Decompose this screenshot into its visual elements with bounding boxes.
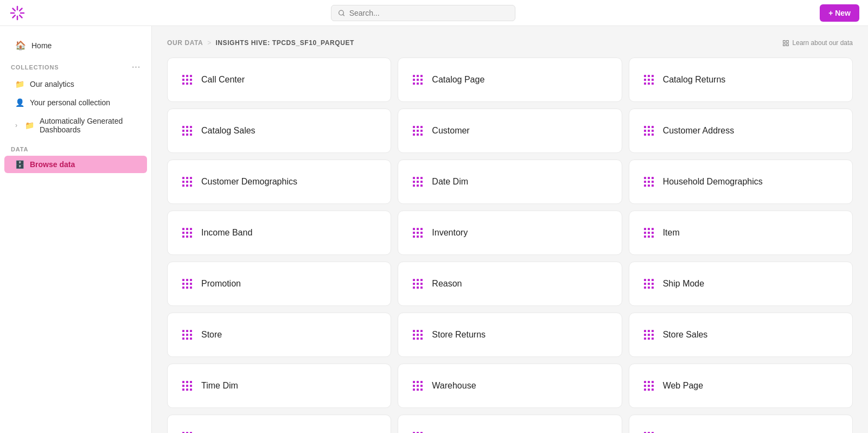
- svg-rect-198: [648, 385, 650, 387]
- grid-icon: [642, 379, 655, 392]
- data-card-promotion[interactable]: Promotion: [167, 262, 391, 306]
- svg-rect-31: [420, 82, 423, 85]
- sidebar-item-auto-dashboards[interactable]: › 📁 Automatically Generated Dashboards: [4, 112, 147, 138]
- search-bar[interactable]: [331, 5, 515, 21]
- svg-rect-105: [417, 228, 419, 230]
- grid-icon: [181, 328, 194, 341]
- data-card-date-dim[interactable]: Date Dim: [398, 160, 622, 204]
- search-input[interactable]: [349, 9, 508, 17]
- data-card-web-sales[interactable]: Web Sales: [398, 415, 622, 433]
- svg-rect-36: [648, 79, 650, 81]
- svg-rect-112: [420, 235, 423, 238]
- data-card-store-sales[interactable]: Store Sales: [629, 313, 853, 357]
- svg-rect-65: [644, 133, 646, 136]
- data-card-warehouse[interactable]: Warehouse: [398, 364, 622, 408]
- learn-about-data-link[interactable]: Learn about our data: [782, 39, 853, 47]
- svg-rect-117: [648, 232, 650, 234]
- sidebar-item-our-analytics[interactable]: 📁 Our analytics: [4, 75, 147, 93]
- grid-icon: [411, 379, 424, 392]
- svg-rect-182: [182, 389, 184, 391]
- svg-rect-167: [644, 330, 646, 332]
- data-card-web-page[interactable]: Web Page: [629, 364, 853, 408]
- svg-rect-25: [420, 75, 423, 77]
- data-card-customer[interactable]: Customer: [398, 109, 622, 153]
- svg-rect-27: [417, 79, 419, 81]
- svg-rect-122: [182, 279, 184, 281]
- grid-icon: [642, 124, 655, 137]
- card-label-date-dim: Date Dim: [432, 177, 468, 187]
- svg-rect-104: [413, 228, 415, 230]
- data-card-web-site[interactable]: Web Site: [629, 415, 853, 433]
- data-card-ship-mode[interactable]: Ship Mode: [629, 262, 853, 306]
- svg-rect-81: [417, 181, 419, 183]
- sidebar-item-browse-data[interactable]: 🗄️ Browse data: [4, 156, 147, 173]
- svg-rect-58: [420, 133, 423, 136]
- svg-rect-64: [652, 130, 654, 132]
- new-button[interactable]: + New: [820, 4, 859, 22]
- svg-rect-123: [186, 279, 188, 281]
- svg-rect-149: [182, 330, 184, 332]
- svg-rect-39: [648, 82, 650, 85]
- data-card-store-returns[interactable]: Store Returns: [398, 313, 622, 357]
- svg-rect-201: [648, 389, 650, 391]
- svg-rect-50: [413, 126, 415, 128]
- svg-rect-155: [182, 338, 184, 340]
- svg-rect-79: [420, 177, 423, 179]
- svg-rect-59: [644, 126, 646, 128]
- svg-rect-107: [413, 232, 415, 234]
- card-label-catalog-page: Catalog Page: [432, 75, 484, 85]
- data-card-household-demographics[interactable]: Household Demographics: [629, 160, 853, 204]
- svg-rect-99: [186, 232, 188, 234]
- card-label-store-sales: Store Sales: [663, 330, 708, 340]
- data-card-call-center[interactable]: Call Center: [167, 58, 391, 102]
- svg-rect-88: [652, 177, 654, 179]
- svg-rect-119: [644, 235, 646, 238]
- grid-icon: [411, 175, 424, 188]
- svg-rect-202: [652, 389, 654, 391]
- data-card-catalog-page[interactable]: Catalog Page: [398, 58, 622, 102]
- data-card-time-dim[interactable]: Time Dim: [167, 364, 391, 408]
- svg-rect-71: [182, 181, 184, 183]
- sidebar-item-home[interactable]: 🏠 Home: [4, 36, 147, 55]
- svg-rect-195: [648, 381, 650, 383]
- grid-icon: [411, 328, 424, 341]
- card-label-time-dim: Time Dim: [201, 381, 238, 391]
- collections-section-label: COLLECTIONS ···: [0, 56, 151, 74]
- grid-icon: [411, 226, 424, 239]
- svg-rect-129: [186, 286, 188, 289]
- svg-rect-46: [190, 130, 192, 132]
- svg-rect-127: [190, 283, 192, 285]
- svg-rect-185: [413, 381, 415, 383]
- svg-rect-30: [417, 82, 419, 85]
- svg-rect-87: [648, 177, 650, 179]
- info-icon: [782, 40, 789, 47]
- svg-rect-73: [190, 181, 192, 183]
- data-card-customer-demographics[interactable]: Customer Demographics: [167, 160, 391, 204]
- svg-rect-180: [186, 385, 188, 387]
- data-card-inventory[interactable]: Inventory: [398, 211, 622, 255]
- svg-rect-47: [182, 133, 184, 136]
- data-card-store[interactable]: Store: [167, 313, 391, 357]
- svg-rect-171: [648, 334, 650, 336]
- collections-dots[interactable]: ···: [132, 62, 141, 72]
- data-card-item[interactable]: Item: [629, 211, 853, 255]
- data-grid: Call Center Catalog Page Catalog Returns: [167, 58, 853, 433]
- grid-icon: [411, 277, 424, 290]
- data-card-customer-address[interactable]: Customer Address: [629, 109, 853, 153]
- svg-rect-51: [417, 126, 419, 128]
- data-card-reason[interactable]: Reason: [398, 262, 622, 306]
- breadcrumb-parent[interactable]: OUR DATA: [167, 39, 203, 47]
- svg-rect-33: [648, 75, 650, 77]
- svg-rect-100: [190, 232, 192, 234]
- grid-icon: [411, 124, 424, 137]
- data-card-income-band[interactable]: Income Band: [167, 211, 391, 255]
- data-card-catalog-returns[interactable]: Catalog Returns: [629, 58, 853, 102]
- svg-rect-181: [190, 385, 192, 387]
- db-icon: 🗄️: [15, 160, 24, 169]
- data-card-web-returns[interactable]: Web Returns: [167, 415, 391, 433]
- svg-rect-169: [652, 330, 654, 332]
- svg-rect-136: [420, 283, 423, 285]
- data-card-catalog-sales[interactable]: Catalog Sales: [167, 109, 391, 153]
- sidebar-item-personal-collection[interactable]: 👤 Your personal collection: [4, 94, 147, 111]
- svg-rect-23: [413, 75, 415, 77]
